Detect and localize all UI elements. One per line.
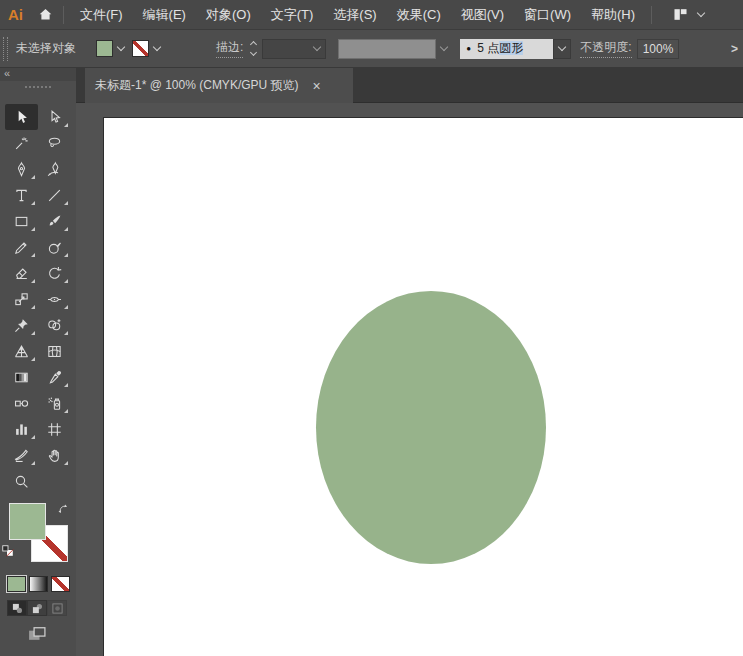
- panel-grip[interactable]: [3, 37, 8, 61]
- menu-item-type[interactable]: 文字(T): [261, 0, 324, 30]
- close-icon[interactable]: ×: [313, 79, 321, 93]
- column-graph-tool[interactable]: [5, 416, 38, 442]
- shape-builder-tool[interactable]: [38, 312, 71, 338]
- width-tool: [46, 291, 63, 308]
- flyout-indicator: [31, 357, 35, 361]
- rectangle-tool[interactable]: [5, 208, 38, 234]
- eraser-tool: [13, 265, 30, 282]
- brush-definition-combo[interactable]: ● 5 点圆形: [460, 39, 553, 59]
- flyout-indicator: [31, 461, 35, 465]
- control-overflow-chevron[interactable]: >: [731, 42, 738, 56]
- symbol-sprayer-tool[interactable]: [38, 390, 71, 416]
- curvature-tool[interactable]: [38, 156, 71, 182]
- flyout-indicator: [64, 461, 68, 465]
- draw-behind-button[interactable]: [27, 600, 47, 616]
- mesh-tool: [46, 343, 63, 360]
- blob-brush-tool[interactable]: [38, 234, 71, 260]
- line-segment-tool[interactable]: [38, 182, 71, 208]
- swap-arrows-icon[interactable]: [56, 502, 71, 521]
- brush-chevron-button[interactable]: [553, 39, 571, 59]
- selection-status: 未选择对象: [16, 40, 86, 57]
- menu-item-view[interactable]: 视图(V): [451, 0, 514, 30]
- draw-normal-button[interactable]: [7, 600, 27, 616]
- blend-tool[interactable]: [5, 390, 38, 416]
- step-down-icon[interactable]: [250, 49, 257, 56]
- menu-item-window[interactable]: 窗口(W): [514, 0, 581, 30]
- opacity-input[interactable]: 100%: [637, 39, 679, 59]
- zoom-tool[interactable]: [5, 468, 38, 494]
- eyedropper-tool[interactable]: [38, 364, 71, 390]
- type-tool[interactable]: [5, 182, 38, 208]
- flyout-indicator: [31, 227, 35, 231]
- illustrator-window: Ai 文件(F)编辑(E)对象(O)文字(T)选择(S)效果(C)视图(V)窗口…: [0, 0, 743, 656]
- mesh-tool[interactable]: [38, 338, 71, 364]
- profile-chevron-down-icon[interactable]: [440, 43, 448, 51]
- pen-tool: [13, 161, 30, 178]
- default-swatches-icon[interactable]: [1, 544, 15, 562]
- gradient-tool[interactable]: [5, 364, 38, 390]
- opacity-label[interactable]: 不透明度:: [580, 39, 631, 58]
- drawing-mode-buttons: [7, 600, 67, 616]
- gradient-button[interactable]: [29, 576, 48, 592]
- shape-builder-tool: [46, 317, 63, 334]
- fill-chevron-down-icon[interactable]: [117, 43, 125, 51]
- puppet-warp-tool: [13, 317, 30, 334]
- paintbrush-tool[interactable]: [38, 208, 71, 234]
- fill-indicator[interactable]: [9, 503, 46, 540]
- stroke-color-swatch[interactable]: [132, 40, 149, 57]
- flyout-indicator: [64, 409, 68, 413]
- color-button[interactable]: [7, 576, 26, 592]
- ellipse-shape[interactable]: [316, 291, 546, 564]
- tab-bar: 未标题-1* @ 100% (CMYK/GPU 预览) ×: [76, 68, 743, 103]
- none-button[interactable]: [51, 576, 70, 592]
- flyout-indicator: [64, 201, 68, 205]
- artboard[interactable]: [103, 117, 743, 656]
- eyedropper-tool: [46, 369, 63, 386]
- stroke-weight-combo[interactable]: [262, 39, 326, 59]
- flyout-indicator: [31, 279, 35, 283]
- scale-tool: [13, 291, 30, 308]
- rotate-tool[interactable]: [38, 260, 71, 286]
- flyout-indicator: [64, 331, 68, 335]
- workspace-icon: [668, 3, 692, 27]
- symbol-sprayer-tool: [46, 395, 63, 412]
- panel-drag-handle[interactable]: [25, 86, 51, 88]
- canvas-area[interactable]: [76, 103, 743, 656]
- menu-item-object[interactable]: 对象(O): [196, 0, 261, 30]
- step-up-icon[interactable]: [250, 41, 257, 48]
- artboard-tool[interactable]: [38, 416, 71, 442]
- draw-inside-button[interactable]: [47, 600, 67, 616]
- puppet-warp-tool[interactable]: [5, 312, 38, 338]
- blend-tool: [13, 395, 30, 412]
- pen-tool[interactable]: [5, 156, 38, 182]
- type-tool: [13, 187, 30, 204]
- magic-wand-tool[interactable]: [5, 130, 38, 156]
- document-tab[interactable]: 未标题-1* @ 100% (CMYK/GPU 预览) ×: [85, 68, 353, 103]
- stroke-profile-dropdown[interactable]: [338, 39, 436, 59]
- hand-tool[interactable]: [38, 442, 71, 468]
- menu-item-help[interactable]: 帮助(H): [581, 0, 645, 30]
- shaper-tool[interactable]: [5, 234, 38, 260]
- slice-tool[interactable]: [5, 442, 38, 468]
- perspective-grid-tool[interactable]: [5, 338, 38, 364]
- direct-selection-tool[interactable]: [38, 104, 71, 130]
- menu-separator: [651, 6, 652, 24]
- menu-item-file[interactable]: 文件(F): [70, 0, 133, 30]
- app-logo[interactable]: Ai: [8, 6, 23, 23]
- eraser-tool[interactable]: [5, 260, 38, 286]
- scale-tool[interactable]: [5, 286, 38, 312]
- stroke-label[interactable]: 描边:: [216, 39, 243, 58]
- fill-color-swatch[interactable]: [96, 40, 113, 57]
- width-tool[interactable]: [38, 286, 71, 312]
- screen-mode-button[interactable]: [24, 624, 50, 644]
- panel-collapse-button[interactable]: «: [0, 68, 76, 81]
- workspace-switcher[interactable]: [668, 3, 704, 27]
- home-icon[interactable]: [33, 3, 57, 27]
- lasso-tool[interactable]: [38, 130, 71, 156]
- menu-item-select[interactable]: 选择(S): [323, 0, 386, 30]
- menu-item-effect[interactable]: 效果(C): [387, 0, 451, 30]
- stroke-weight-stepper[interactable]: [251, 42, 256, 55]
- selection-tool[interactable]: [5, 104, 38, 130]
- menu-item-edit[interactable]: 编辑(E): [133, 0, 196, 30]
- stroke-chevron-down-icon[interactable]: [153, 43, 161, 51]
